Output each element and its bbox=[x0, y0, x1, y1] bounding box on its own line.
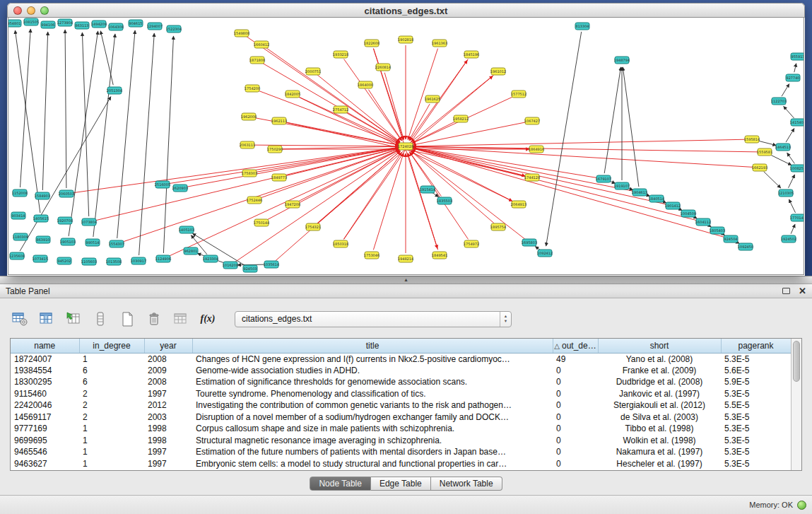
disabled-table-button[interactable] bbox=[171, 310, 191, 328]
graph-node[interactable]: 1958212 bbox=[453, 115, 469, 122]
table-cell[interactable]: Tibbo et al. (1998) bbox=[598, 423, 721, 435]
graph-edge[interactable] bbox=[789, 199, 795, 213]
graph-edge[interactable] bbox=[20, 97, 111, 252]
graph-node[interactable]: 1105603 bbox=[81, 258, 97, 265]
graph-edge[interactable] bbox=[784, 106, 794, 118]
table-cell[interactable]: 0 bbox=[553, 411, 598, 424]
graph-node[interactable]: 1864000 bbox=[358, 81, 373, 88]
graph-node[interactable]: 1961363 bbox=[432, 40, 447, 47]
graph-node[interactable]: 1415403 bbox=[790, 119, 804, 126]
graph-edge[interactable] bbox=[346, 112, 399, 143]
graph-node[interactable]: 2260814 bbox=[375, 64, 391, 71]
graph-edge[interactable] bbox=[117, 30, 135, 238]
table-row[interactable]: 1938455462009Genome-wide association stu… bbox=[11, 365, 791, 377]
table-row[interactable]: 1872400712008Changes of HCN gene express… bbox=[11, 353, 791, 365]
float-panel-icon[interactable] bbox=[782, 288, 790, 294]
table-cell[interactable]: 18300295 bbox=[11, 376, 79, 388]
graph-node[interactable]: 1948214 bbox=[398, 255, 413, 262]
column-header-short[interactable]: short bbox=[598, 339, 721, 353]
close-panel-icon[interactable]: ✕ bbox=[799, 286, 806, 296]
graph-node[interactable]: 954801 bbox=[8, 20, 21, 27]
column-header-pagerank[interactable]: pagerank bbox=[721, 339, 791, 353]
graph-node[interactable]: 1919107 bbox=[614, 182, 630, 189]
graph-edge[interactable] bbox=[412, 122, 456, 144]
graph-edge[interactable] bbox=[163, 36, 173, 253]
graph-node[interactable]: 1948794 bbox=[614, 57, 630, 64]
graph-node[interactable]: 1845196 bbox=[464, 51, 479, 58]
graph-node[interactable]: 1753046 bbox=[364, 252, 379, 259]
table-cell[interactable]: 1 bbox=[79, 423, 144, 435]
table-cell[interactable]: 5.3E-5 bbox=[721, 458, 791, 470]
graph-edge[interactable] bbox=[546, 32, 582, 246]
graph-node[interactable]: 2000751 bbox=[305, 68, 321, 75]
graph-edge[interactable] bbox=[344, 59, 402, 141]
graph-node[interactable]: 1464513 bbox=[775, 144, 791, 151]
graph-node[interactable]: 955913 bbox=[791, 53, 804, 60]
vertical-scrollbar[interactable] bbox=[791, 339, 801, 470]
graph-node[interactable]: 1124906 bbox=[155, 255, 171, 262]
graph-node[interactable]: 1092450 bbox=[738, 243, 753, 250]
table-cell[interactable]: 9699695 bbox=[11, 435, 79, 447]
graph-node[interactable]: 1902818 bbox=[398, 36, 413, 43]
table-cell[interactable]: Estimation of the future numbers of pati… bbox=[192, 446, 553, 458]
graph-node[interactable]: 863113 bbox=[75, 22, 89, 29]
graph-node[interactable]: 1901412 bbox=[665, 202, 681, 209]
graph-edge[interactable] bbox=[298, 150, 399, 202]
graph-node[interactable]: 1604112 bbox=[695, 218, 711, 226]
graph-node[interactable]: 1494209 bbox=[91, 21, 107, 28]
table-cell[interactable]: 1 bbox=[79, 435, 144, 447]
table-settings-button[interactable] bbox=[10, 310, 30, 328]
graph-node[interactable]: 2060503 bbox=[59, 190, 74, 197]
graph-node[interactable]: 1122703 bbox=[771, 98, 787, 105]
graph-edge[interactable] bbox=[413, 122, 526, 145]
graph-node[interactable]: 1842005 bbox=[285, 90, 300, 98]
graph-edge[interactable] bbox=[100, 31, 113, 86]
new-document-button[interactable] bbox=[117, 310, 137, 328]
table-cell[interactable]: Investigating the contribution of common… bbox=[192, 399, 553, 411]
table-cell[interactable]: 22420046 bbox=[11, 399, 79, 411]
graph-node[interactable]: 2063111 bbox=[240, 141, 255, 148]
graph-node[interactable]: 1962113 bbox=[271, 117, 287, 124]
graph-node[interactable]: 1595814 bbox=[744, 136, 760, 143]
graph-node[interactable]: 1016208 bbox=[223, 262, 238, 269]
table-cell[interactable]: 2 bbox=[79, 411, 144, 424]
table-cell[interactable]: 1998 bbox=[144, 423, 192, 435]
table-cell[interactable]: 6 bbox=[79, 376, 144, 388]
graph-node[interactable]: 1905103 bbox=[60, 238, 76, 245]
graph-node[interactable]: 1405103 bbox=[179, 226, 194, 233]
graph-node[interactable]: 1770140 bbox=[790, 214, 804, 221]
table-row[interactable]: 1456911722003Disruption of a novel membe… bbox=[11, 411, 791, 424]
graph-edge[interactable] bbox=[604, 67, 620, 173]
graph-node[interactable]: 1067427 bbox=[524, 117, 540, 124]
graph-edge[interactable] bbox=[262, 63, 400, 143]
network-canvas[interactable]: 1724028186491617441282064913189575417549… bbox=[8, 18, 804, 275]
table-cell[interactable]: 2012 bbox=[144, 399, 192, 411]
panel-splitter[interactable]: ▴ bbox=[0, 276, 812, 284]
column-header-year[interactable]: year bbox=[144, 339, 192, 353]
delete-table-button[interactable] bbox=[144, 310, 164, 328]
graph-edge[interactable] bbox=[139, 33, 155, 255]
table-cell[interactable]: 5.9E-5 bbox=[721, 376, 791, 388]
graph-node[interactable]: 2754712 bbox=[333, 106, 348, 113]
graph-node[interactable]: 1915414 bbox=[420, 186, 435, 193]
graph-node[interactable]: 1180309 bbox=[13, 233, 28, 240]
window-titlebar[interactable]: citations_edges.txt bbox=[7, 3, 805, 18]
graph-node[interactable]: 1744128 bbox=[524, 174, 540, 181]
graph-node[interactable]: 1679107 bbox=[596, 175, 611, 182]
graph-node[interactable]: 1695803 bbox=[522, 239, 537, 246]
table-cell[interactable]: 19384554 bbox=[11, 365, 79, 377]
tab-network-table[interactable]: Network Table bbox=[431, 477, 502, 491]
graph-edge[interactable] bbox=[95, 148, 399, 221]
table-cell[interactable]: 2003 bbox=[144, 411, 192, 424]
table-row[interactable]: 911546021997Tourette syndrome. Phenomeno… bbox=[11, 388, 791, 400]
table-cell[interactable]: 1 bbox=[79, 353, 144, 365]
graph-edge[interactable] bbox=[411, 75, 494, 142]
graph-node[interactable]: 1871808 bbox=[249, 57, 265, 64]
tab-node-table[interactable]: Node Table bbox=[310, 477, 371, 491]
table-cell[interactable]: 2 bbox=[79, 388, 144, 400]
table-row[interactable]: 1830029562008Estimation of significance … bbox=[11, 376, 791, 388]
graph-node[interactable]: 945202 bbox=[57, 257, 71, 264]
graph-edge[interactable] bbox=[413, 147, 754, 168]
graph-node[interactable]: 903414 bbox=[11, 212, 25, 219]
graph-node[interactable]: 1805403 bbox=[710, 227, 725, 234]
